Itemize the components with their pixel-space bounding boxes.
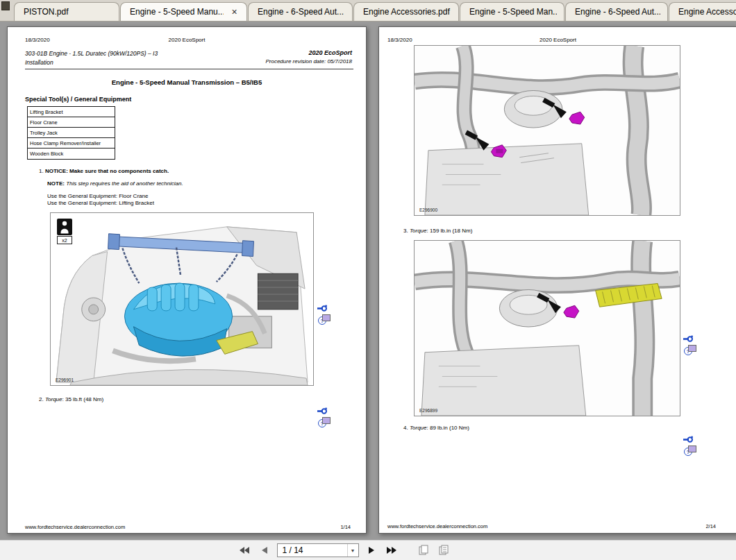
air-box — [258, 273, 298, 309]
first-page-icon — [239, 546, 250, 554]
page-number-value: 1 / 14 — [278, 545, 347, 555]
annotation-palette: ? — [317, 407, 328, 427]
color-swatch — [688, 345, 696, 352]
next-page-icon — [368, 546, 375, 554]
figure-id-label: E296900 — [419, 207, 437, 212]
footer-page-number: 1/14 — [340, 524, 351, 530]
table-row: Floor Crane — [28, 117, 115, 128]
tab-close-icon[interactable]: × — [229, 7, 240, 17]
previous-page-icon — [261, 546, 268, 554]
engine-closeup-illustration-2 — [415, 241, 680, 416]
tab-label: Engine - 5-Speed Manu... — [130, 7, 224, 17]
torque-tool-icon — [683, 335, 693, 343]
equipment-use-line-2: Use the General Equipment: Lifting Brack… — [47, 200, 154, 206]
table-row: Wooden Block — [28, 149, 115, 159]
bottom-toolbar: 1 / 14 ▼ — [0, 540, 736, 560]
single-page-view-button[interactable] — [416, 543, 431, 557]
table-row: Lifting Bracket — [28, 107, 115, 117]
tab-piston-pdf[interactable]: PISTON.pdf — [14, 2, 119, 21]
torque-tool-icon — [683, 436, 693, 443]
color-swatch — [688, 446, 696, 452]
engine-bay-illustration — [51, 213, 313, 385]
color-swatch — [322, 417, 331, 424]
single-page-view-icon — [418, 545, 429, 556]
person-icon — [57, 219, 72, 235]
person-count-label: x2 — [57, 236, 72, 244]
step-4-text: 4. Torque: 89 lb.in (10 Nm) — [403, 425, 469, 431]
pdf-page-1: 18/3/2020 2020 EcoSport 303-01B Engine -… — [7, 26, 367, 534]
pdf-page-2: 18/3/2020 2020 EcoSport — [378, 26, 736, 534]
doc-procedure-line: Installation — [25, 58, 158, 67]
tab-engine-5speed-manual-2[interactable]: Engine - 5-Speed Man... — [460, 2, 564, 21]
footer-page-number: 2/14 — [705, 523, 716, 529]
two-person-badge: x2 — [57, 219, 72, 244]
table-row: Trolley Jack — [28, 128, 115, 138]
tab-label: Engine Accessories.pdf — [363, 7, 451, 17]
tab-label: PISTON.pdf — [24, 7, 112, 17]
tab-engine-5speed-manual[interactable]: Engine - 5-Speed Manu... × — [120, 2, 247, 21]
footer-url: www.fordtechservice.dealerconnection.com — [387, 523, 487, 529]
first-page-button[interactable] — [237, 543, 252, 557]
document-canvas: 18/3/2020 2020 EcoSport 303-01B Engine -… — [0, 22, 736, 540]
figure-engine-closeup-2: E296899 — [414, 240, 680, 416]
tab-engine-accessories-pdf[interactable]: Engine Accessories.pdf — [353, 2, 459, 21]
figure-id-label: E296901 — [56, 377, 74, 382]
previous-page-button[interactable] — [257, 543, 272, 557]
torque-tool-icon — [317, 407, 327, 415]
step-1-text: 1. NOTICE: Make sure that no components … — [39, 168, 169, 174]
step-2-text: 2. Torque: 35 lb.ft (48 Nm) — [39, 396, 103, 402]
page-number-input[interactable]: 1 / 14 ▼ — [277, 543, 359, 557]
header-divider — [25, 69, 353, 69]
revision-block: 2020 EcoSport Procedure revision date: 0… — [265, 49, 352, 65]
chevron-down-icon[interactable]: ▼ — [347, 544, 358, 557]
doc-section-line: 303-01B Engine - 1.5L Duratec (90kW/120P… — [25, 49, 158, 58]
tab-engine-6speed-auto[interactable]: Engine - 6-Speed Aut... — [248, 2, 353, 21]
torque-tool-icon — [317, 305, 327, 312]
last-page-button[interactable] — [384, 543, 399, 557]
facing-pages-view-icon — [438, 545, 449, 556]
last-page-icon — [386, 546, 397, 554]
figure-engine-bay: x2 E296901 — [50, 212, 314, 386]
figure-id-label: E296899 — [419, 408, 437, 413]
annotation-palette: ? — [683, 436, 694, 456]
page-header-model: 2020 EcoSport — [379, 37, 736, 43]
tab-bar: PISTON.pdf Engine - 5-Speed Manu... × En… — [0, 0, 736, 22]
footer-url: www.fordtechservice.dealerconnection.com — [25, 524, 125, 530]
page-header-model: 2020 EcoSport — [8, 37, 366, 43]
document-identifier: 303-01B Engine - 1.5L Duratec (90kW/120P… — [25, 49, 158, 67]
engine-assembly — [124, 283, 232, 356]
tab-label: Engine - 5-Speed Man... — [469, 7, 557, 17]
model-year: 2020 EcoSport — [265, 49, 352, 56]
section-title: Engine - 5-Speed Manual Transmission – B… — [8, 78, 366, 86]
tab-label: Engine - 6-Speed Aut... — [575, 7, 660, 17]
annotation-palette: ? — [317, 305, 328, 325]
equipment-use-line-1: Use the General Equipment: Floor Crane — [47, 193, 148, 199]
tab-label: Engine Accesso — [678, 7, 736, 17]
color-swatch — [322, 314, 331, 321]
step-1-note: NOTE: This step requires the aid of anot… — [47, 180, 183, 187]
revision-date: Procedure revision date: 05/7/2018 — [265, 58, 352, 65]
tab-label: Engine - 6-Speed Aut... — [258, 7, 345, 17]
tab-engine-6speed-auto-2[interactable]: Engine - 6-Speed Aut... — [565, 2, 668, 21]
equipment-table: Lifting Bracket Floor Crane Trolley Jack… — [27, 106, 115, 160]
figure-engine-closeup-1: E296900 — [414, 45, 680, 216]
next-page-button[interactable] — [364, 543, 379, 557]
facing-pages-view-button[interactable] — [436, 543, 451, 557]
engine-closeup-illustration-1 — [415, 46, 680, 215]
equipment-heading: Special Tool(s) / General Equipment — [25, 96, 131, 103]
annotation-palette: ? — [683, 335, 694, 355]
app-icon — [1, 1, 10, 10]
step-3-text: 3. Torque: 159 lb.in (18 Nm) — [403, 228, 472, 234]
table-row: Hose Clamp Remover/Installer — [28, 138, 115, 149]
tab-engine-accessories-2[interactable]: Engine Accesso — [669, 2, 736, 21]
